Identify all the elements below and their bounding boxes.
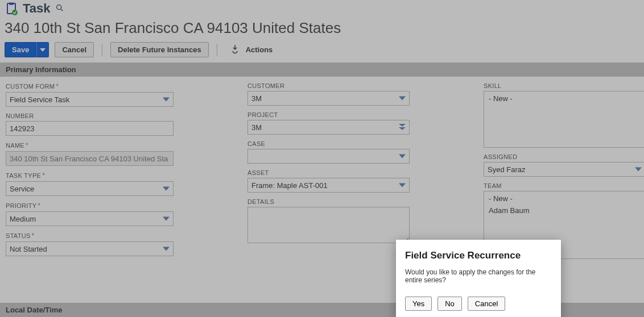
field-name: NAME*	[6, 141, 174, 166]
name-input[interactable]	[6, 151, 174, 166]
label-priority: PRIORITY*	[6, 202, 174, 210]
svg-point-3	[56, 5, 61, 9]
field-customer: CUSTOMER 3M	[247, 82, 410, 106]
search-icon[interactable]	[55, 3, 64, 14]
dialog-yes-button[interactable]: Yes	[405, 297, 432, 311]
chevron-down-icon	[163, 96, 170, 103]
number-input[interactable]	[6, 121, 174, 136]
skill-listbox[interactable]: - New -	[484, 91, 644, 148]
details-textarea[interactable]	[247, 207, 410, 243]
chevron-down-icon	[399, 182, 406, 189]
delete-future-instances-button[interactable]: Delete Future Instances	[110, 42, 209, 57]
label-asset: ASSET	[247, 169, 410, 176]
label-details: DETAILS	[247, 198, 410, 205]
actions-label: Actions	[246, 45, 273, 54]
record-title: 340 10th St San Francisco CA 94103 Unite…	[5, 19, 639, 37]
field-task-type: TASK TYPE* Service	[6, 172, 174, 196]
header: Task 340 10th St San Francisco CA 94103 …	[0, 0, 644, 37]
task-edit-page: Task 340 10th St San Francisco CA 94103 …	[0, 0, 644, 317]
field-status: STATUS* Not Started	[6, 232, 174, 256]
page-title: Task	[23, 1, 51, 16]
chevron-down-icon	[399, 153, 406, 160]
chevron-down-icon	[635, 166, 642, 173]
dialog-title: Field Service Recurrence	[405, 250, 552, 261]
priority-select[interactable]: Medium	[6, 211, 174, 226]
clipboard-check-icon	[5, 2, 18, 15]
label-project: PROJECT	[247, 111, 410, 118]
field-number: NUMBER	[6, 112, 174, 136]
assigned-select[interactable]: Syed Faraz	[484, 162, 644, 177]
field-assigned: ASSIGNED Syed Faraz	[484, 153, 644, 177]
asset-select[interactable]: Frame: Maple AST-001	[247, 178, 410, 193]
label-status: STATUS*	[6, 232, 174, 240]
customer-select[interactable]: 3M	[247, 91, 410, 106]
field-priority: PRIORITY* Medium	[6, 202, 174, 226]
svg-rect-1	[9, 3, 14, 5]
case-select[interactable]	[247, 149, 410, 164]
save-button[interactable]: Save	[5, 42, 36, 57]
list-item[interactable]: Adam Baum	[484, 205, 644, 216]
toolbar-separator	[217, 44, 217, 56]
toolbar-separator	[102, 44, 102, 56]
field-asset: ASSET Frame: Maple AST-001	[247, 169, 410, 193]
project-select[interactable]: 3M	[247, 120, 410, 135]
label-assigned: ASSIGNED	[484, 153, 644, 160]
title-row: Task	[5, 1, 639, 16]
chevron-down-icon	[163, 185, 170, 192]
dialog-no-button[interactable]: No	[437, 297, 462, 311]
label-case: CASE	[247, 140, 410, 147]
chevron-down-icon	[163, 215, 170, 222]
form-column-1: CUSTOM FORM* Field Service Task NUMBER N…	[6, 82, 174, 281]
list-item[interactable]: - New -	[484, 93, 644, 105]
dialog-message: Would you like to apply the changes for …	[405, 268, 552, 284]
dialog-cancel-button[interactable]: Cancel	[468, 297, 505, 311]
task-type-select[interactable]: Service	[6, 181, 174, 196]
field-details: DETAILS	[247, 198, 410, 243]
label-task-type: TASK TYPE*	[6, 172, 174, 180]
toolbar: Save Cancel Delete Future Instances Acti…	[0, 41, 644, 62]
dialog-button-row: Yes No Cancel	[405, 297, 552, 311]
status-select[interactable]: Not Started	[6, 241, 174, 256]
label-custom-form: CUSTOM FORM*	[6, 82, 174, 90]
chevron-down-icon	[399, 95, 406, 102]
list-item[interactable]: - New -	[484, 193, 644, 205]
chevron-down-icon	[163, 245, 170, 252]
field-project: PROJECT 3M	[247, 111, 410, 135]
cancel-button[interactable]: Cancel	[55, 42, 94, 57]
section-primary-information: Primary Information	[0, 62, 644, 77]
svg-line-4	[61, 9, 63, 11]
label-customer: CUSTOMER	[247, 82, 410, 89]
actions-icon	[230, 44, 240, 56]
label-team: TEAM	[484, 182, 644, 189]
field-service-recurrence-dialog: Field Service Recurrence Would you like …	[396, 240, 561, 317]
form-column-2: CUSTOMER 3M PROJECT 3M CASE	[247, 82, 410, 281]
double-chevron-down-icon	[399, 124, 406, 131]
custom-form-select[interactable]: Field Service Task	[6, 92, 174, 107]
label-skill: SKILL	[484, 82, 644, 89]
save-split-button: Save	[5, 42, 49, 57]
actions-menu-button[interactable]: Actions	[225, 41, 278, 58]
save-dropdown-caret[interactable]	[36, 42, 49, 57]
field-case: CASE	[247, 140, 410, 164]
label-name: NAME*	[6, 141, 174, 149]
label-number: NUMBER	[6, 112, 174, 119]
field-custom-form: CUSTOM FORM* Field Service Task	[6, 82, 174, 107]
field-skill: SKILL - New -	[484, 82, 644, 148]
